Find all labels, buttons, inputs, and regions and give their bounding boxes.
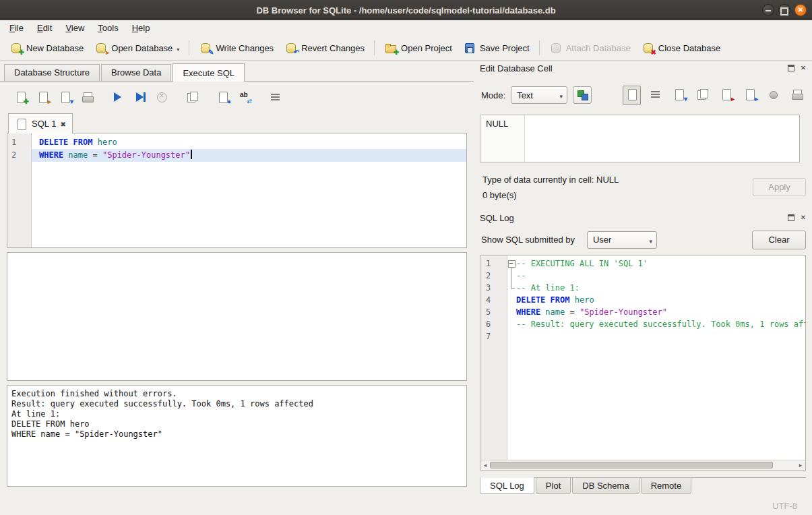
new-tab-button[interactable]: ✚: [9, 88, 32, 108]
tab-db-schema[interactable]: DB Schema: [572, 477, 639, 494]
log-line: DELETE FROM hero: [507, 294, 805, 306]
attach-database-icon: [549, 42, 562, 54]
menu-file[interactable]: File: [3, 21, 30, 35]
save-sql-file-button[interactable]: ▾: [54, 88, 76, 108]
format-sql-button[interactable]: [264, 88, 286, 108]
tab-sql-log[interactable]: SQL Log: [480, 477, 534, 494]
word-wrap-button[interactable]: [646, 86, 664, 105]
cell-edit-area[interactable]: NULL: [480, 115, 800, 162]
code-token: -- At line 1:: [516, 282, 580, 294]
menu-view[interactable]: View: [59, 21, 91, 35]
text-mode-button[interactable]: [623, 86, 641, 105]
tab-database-structure[interactable]: Database Structure: [4, 64, 100, 81]
tab-plot[interactable]: Plot: [536, 477, 571, 494]
import-into-button[interactable]: ▸: [741, 86, 759, 105]
line-number: 5: [480, 306, 507, 318]
line-number: 2: [7, 149, 31, 162]
code-token: [92, 138, 97, 147]
maximize-icon[interactable]: [778, 4, 790, 16]
open-database-icon: ▸: [94, 42, 107, 54]
fold-marker-icon: [507, 282, 516, 294]
open-project-button[interactable]: ✚Open Project: [379, 38, 458, 57]
log-filter-label: Show SQL submitted by: [481, 235, 575, 245]
write-changes-button[interactable]: ✎Write Changes: [193, 38, 279, 57]
main-toolbar: ✚New Database▸Open Database✎Write Change…: [0, 36, 812, 61]
menu-edit[interactable]: Edit: [30, 21, 59, 35]
close-database-icon: ✖: [642, 42, 654, 54]
save-results-button[interactable]: ●: [212, 88, 234, 108]
float-dock-icon[interactable]: [786, 213, 796, 222]
stop-icon: [156, 91, 168, 103]
tab-remote[interactable]: Remote: [641, 477, 692, 494]
open-database-button[interactable]: ▸Open Database: [89, 38, 185, 57]
execution-message-box[interactable]: Execution finished without errors.Result…: [7, 385, 467, 487]
toolbar-button-label: Write Changes: [216, 43, 274, 53]
editor-text-area[interactable]: DELETE FROM heroWHERE name = "Spider-You…: [32, 133, 466, 247]
tab-sql-1[interactable]: SQL 1: [8, 113, 73, 133]
status-bar: UTF-8: [0, 497, 812, 515]
export-file-button[interactable]: ▸: [717, 86, 735, 105]
copy-icon: [696, 88, 709, 100]
scroll-right-icon[interactable]: [796, 461, 805, 469]
save-sql-file-icon: ▾: [59, 91, 71, 103]
cell-mode-row: Mode: Text ▾▸▸: [481, 85, 806, 105]
scrollbar-thumb[interactable]: [490, 462, 773, 468]
float-dock-icon[interactable]: [786, 63, 796, 73]
save-project-icon: [463, 42, 476, 54]
results-grid[interactable]: [7, 252, 467, 381]
horizontal-scrollbar[interactable]: [480, 460, 805, 470]
toolbar-separator: [539, 40, 540, 55]
copy-button[interactable]: [693, 86, 712, 105]
menu-tools[interactable]: Tools: [91, 21, 125, 35]
log-text-area[interactable]: -- EXECUTING ALL IN 'SQL 1'---- At line …: [507, 255, 805, 470]
revert-changes-button[interactable]: ↶Revert Changes: [279, 38, 370, 57]
sql-log-view[interactable]: 1234567 -- EXECUTING ALL IN 'SQL 1'---- …: [480, 255, 806, 471]
print-button[interactable]: [788, 86, 806, 105]
save-project-button[interactable]: Save Project: [458, 38, 535, 57]
clear-log-button[interactable]: Clear: [752, 231, 806, 249]
log-filter-select[interactable]: User: [587, 231, 657, 249]
close-dock-icon[interactable]: [799, 213, 808, 222]
close-tab-icon[interactable]: [60, 119, 65, 129]
new-database-button[interactable]: ✚New Database: [4, 38, 89, 57]
set-null-button[interactable]: [764, 86, 782, 105]
import-file-button[interactable]: ▾: [670, 86, 688, 105]
scroll-left-icon[interactable]: [480, 461, 490, 469]
editor-line: WHERE name = "Spider-Youngster": [32, 149, 466, 162]
close-database-button[interactable]: ✖Close Database: [636, 38, 726, 57]
log-line: -- At line 1:: [507, 282, 805, 294]
minimize-icon[interactable]: [762, 4, 774, 16]
mode-select[interactable]: Text: [511, 86, 567, 104]
text-mode-icon: [625, 88, 638, 100]
open-sql-file-icon: ▸: [36, 91, 49, 103]
tab-execute-sql[interactable]: Execute SQL: [173, 63, 245, 82]
toolbar-button-label: Open Project: [401, 43, 452, 53]
duplicate-tab-button[interactable]: [181, 88, 204, 108]
chevron-down-icon[interactable]: [177, 43, 179, 53]
line-number: 7: [480, 330, 507, 342]
code-token: DELETE FROM: [39, 138, 92, 147]
document-icon: [15, 118, 28, 130]
log-filter-value: User: [593, 235, 611, 245]
execute-current-line-button[interactable]: [129, 88, 151, 108]
sql-log-title: SQL Log: [480, 213, 514, 223]
cell-content: NULL: [486, 119, 508, 129]
save-results-icon: ●: [216, 91, 229, 103]
print-button[interactable]: [76, 88, 98, 108]
auto-switch-mode-button[interactable]: [573, 86, 592, 104]
execute-all-button[interactable]: [106, 88, 129, 108]
open-sql-file-button[interactable]: ▸: [32, 88, 54, 108]
menu-help[interactable]: Help: [125, 21, 157, 35]
execute-all-icon: [111, 91, 124, 103]
toolbar-button-label: Attach Database: [566, 43, 631, 53]
title-bar[interactable]: DB Browser for SQLite - /home/user/code/…: [0, 0, 812, 20]
close-dock-icon[interactable]: [799, 63, 808, 73]
code-token: --: [516, 270, 526, 282]
revert-changes-icon: ↶: [284, 42, 297, 54]
editor-line-number-gutter: 12: [7, 133, 32, 247]
sql-editor[interactable]: 12 DELETE FROM heroWHERE name = "Spider-…: [7, 133, 467, 248]
find-replace-button[interactable]: [234, 88, 256, 108]
main-tab-bar: Database StructureBrowse DataExecute SQL: [0, 63, 474, 82]
close-icon[interactable]: [794, 4, 807, 16]
tab-browse-data[interactable]: Browse Data: [101, 64, 171, 81]
